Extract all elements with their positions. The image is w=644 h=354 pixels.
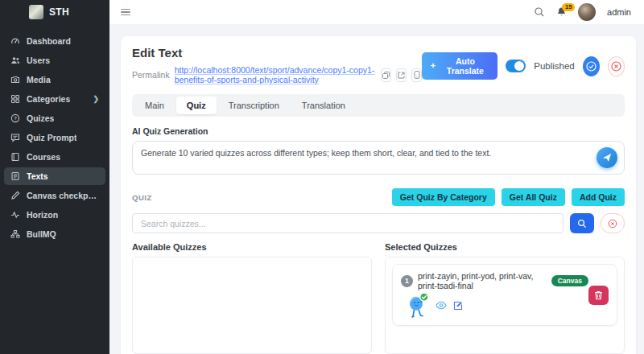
copy-link-button[interactable] (381, 68, 391, 82)
get-quiz-by-category-button[interactable]: Get Quiz By Category (392, 188, 495, 206)
available-quizzes-panel (132, 257, 372, 354)
logo-text: STH (49, 6, 69, 18)
mobile-preview-button[interactable] (411, 68, 422, 82)
ai-prompt-input[interactable]: Generate 10 varied quizzes across differ… (132, 141, 625, 175)
eye-icon (436, 301, 447, 310)
logo-image (29, 5, 43, 19)
quiz-search-button[interactable] (570, 213, 594, 233)
chevron-right-icon: ❯ (93, 95, 99, 103)
users-icon (10, 56, 20, 65)
cancel-button[interactable] (608, 56, 625, 76)
view-quiz-button[interactable] (436, 301, 447, 310)
permalink-label: Permalink (132, 70, 170, 80)
selected-quizzes-title: Selected Quizzes (385, 242, 625, 252)
mascot-image (407, 292, 429, 319)
page-title: Edit Text (132, 46, 422, 60)
tab-transcription[interactable]: Transcription (218, 97, 290, 114)
trash-icon (594, 290, 603, 300)
x-circle-icon (608, 219, 617, 228)
search-icon (577, 219, 587, 228)
notification-count-badge: 15 (562, 3, 575, 11)
quiz-search-input[interactable] (132, 213, 564, 233)
quiz-section-label: QUIZ (132, 193, 152, 202)
sparkle-icon (430, 62, 436, 70)
delete-quiz-button[interactable] (588, 286, 609, 305)
sidebar: STH Dashboard Users Media Categories ❯ ?… (0, 0, 109, 354)
open-link-button[interactable] (396, 68, 407, 82)
question-circle-icon: ? (10, 113, 20, 123)
get-all-quiz-button[interactable]: Get All Quiz (502, 188, 565, 206)
camera-icon (10, 75, 20, 84)
journal-text-icon (10, 171, 20, 181)
sidebar-item-texts[interactable]: Texts (4, 167, 105, 185)
activity-icon (10, 210, 20, 220)
tab-translation[interactable]: Translation (291, 97, 356, 114)
book-icon (10, 152, 20, 162)
diagram-icon (10, 229, 20, 239)
permalink: Permalink http://localhost:8000/text/spo… (132, 65, 422, 84)
pencil-square-icon (453, 301, 463, 311)
x-circle-icon (611, 61, 621, 72)
sidebar-item-users[interactable]: Users (4, 51, 105, 69)
published-label: Published (534, 61, 575, 71)
send-icon (602, 153, 612, 163)
auto-translate-button[interactable]: Auto Translate (422, 52, 497, 80)
avatar[interactable] (578, 3, 596, 21)
quiz-index-badge: 1 (401, 275, 413, 287)
svg-text:?: ? (14, 116, 17, 121)
sidebar-menu: Dashboard Users Media Categories ❯ ? Qui… (0, 32, 109, 243)
grid-icon (10, 94, 20, 104)
sidebar-item-dashboard[interactable]: Dashboard (4, 32, 105, 50)
notifications-button[interactable]: 15 (556, 6, 567, 18)
sidebar-item-quiz-prompt[interactable]: Quiz Prompt (4, 129, 105, 146)
add-quiz-button[interactable]: Add Quiz (572, 188, 625, 206)
tab-main[interactable]: Main (134, 97, 175, 114)
sidebar-item-horizon[interactable]: Horizon (4, 206, 105, 224)
generate-quiz-button[interactable] (597, 147, 617, 168)
ai-quiz-generation-label: AI Quiz Generation (132, 126, 625, 136)
topbar: 15 admin (109, 0, 644, 24)
available-quizzes-title: Available Quizzes (132, 242, 372, 252)
sidebar-item-courses[interactable]: Courses (4, 148, 105, 166)
sidebar-item-media[interactable]: Media (4, 71, 105, 88)
check-circle-icon (586, 61, 597, 72)
edit-quiz-button[interactable] (453, 301, 463, 311)
permalink-link[interactable]: http://localhost:8000/text/sport/advance… (175, 65, 376, 84)
app-logo[interactable]: STH (0, 0, 109, 24)
search-icon[interactable] (534, 6, 545, 18)
tab-bar: Main Quiz Transcription Translation (132, 94, 625, 117)
pencil-icon (10, 191, 20, 200)
sidebar-item-quizes[interactable]: ? Quizes (4, 109, 105, 127)
tab-quiz[interactable]: Quiz (176, 97, 217, 114)
selected-quiz-item: 1 print-zayin, print-yod, print-vav, pri… (392, 264, 617, 326)
selected-quizzes-panel: 1 print-zayin, print-yod, print-vav, pri… (385, 257, 625, 354)
clear-search-button[interactable] (601, 213, 625, 233)
external-link-icon (398, 72, 405, 79)
sidebar-item-categories[interactable]: Categories ❯ (4, 90, 105, 108)
canvas-badge: Canvas (551, 275, 588, 286)
sidebar-item-bullmq[interactable]: BullMQ (4, 225, 105, 243)
edit-text-card: Edit Text Permalink http://localhost:800… (121, 36, 636, 354)
copy-icon (382, 72, 390, 79)
quiz-title: print-zayin, print-yod, print-vav, print… (418, 271, 547, 290)
save-button[interactable] (583, 56, 600, 76)
mobile-icon (414, 71, 420, 79)
speedometer-icon (10, 36, 20, 46)
menu-toggle-button[interactable] (121, 9, 130, 16)
sidebar-item-canvas-checkpoint[interactable]: Canvas checkpoint buil... (4, 187, 105, 204)
username-label: admin (607, 7, 631, 17)
chat-icon (10, 133, 20, 142)
published-toggle[interactable] (506, 60, 526, 72)
